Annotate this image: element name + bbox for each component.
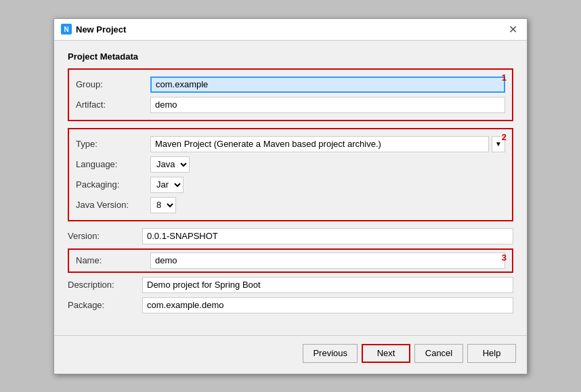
java-version-select-wrap: 8: [150, 197, 505, 213]
group-input[interactable]: [150, 77, 505, 93]
type-row: ▼: [150, 136, 505, 152]
package-row: Package:: [68, 297, 513, 313]
box-name: 3 Name:: [68, 248, 513, 273]
section-title-metadata: Project Metadata: [68, 51, 513, 62]
previous-button[interactable]: Previous: [303, 344, 358, 363]
name-input[interactable]: [150, 253, 505, 269]
description-label: Description:: [68, 280, 142, 290]
group-artifact-grid: Group: Artifact:: [76, 77, 505, 113]
button-row: Previous Next Cancel Help: [54, 335, 527, 374]
type-label: Type:: [76, 139, 150, 149]
dialog-title: New Project: [76, 24, 126, 35]
language-select[interactable]: Java: [150, 156, 190, 173]
artifact-label: Artifact:: [76, 100, 150, 110]
description-row: Description:: [68, 277, 513, 293]
java-version-select[interactable]: 8: [150, 197, 176, 213]
type-lang-grid: Type: ▼ Language: Java Packaging: Jar: [76, 136, 505, 213]
name-grid: Name:: [76, 253, 505, 269]
box1-number: 1: [502, 72, 507, 83]
box3-number: 3: [502, 253, 507, 263]
box-type-lang: 2 Type: ▼ Language: Java Packaging: Jar: [68, 128, 513, 221]
packaging-select-wrap: Jar: [150, 177, 505, 193]
description-input[interactable]: [142, 277, 513, 293]
version-input[interactable]: [142, 228, 513, 244]
package-input[interactable]: [142, 297, 513, 313]
java-version-label: Java Version:: [76, 200, 150, 210]
dialog-body: Project Metadata 1 Group: Artifact: 2 Ty…: [54, 41, 527, 328]
packaging-select[interactable]: Jar: [150, 177, 184, 193]
title-bar-left: N New Project: [61, 24, 126, 35]
dialog-icon: N: [61, 24, 72, 35]
title-bar: N New Project ✕: [54, 19, 527, 41]
new-project-dialog: N New Project ✕ Project Metadata 1 Group…: [53, 18, 528, 374]
cancel-button[interactable]: Cancel: [414, 344, 463, 363]
group-label: Group:: [76, 79, 150, 89]
version-row: Version:: [68, 228, 513, 244]
artifact-input[interactable]: [150, 97, 505, 113]
box2-number: 2: [502, 132, 507, 142]
language-label: Language:: [76, 159, 150, 169]
help-button[interactable]: Help: [467, 344, 516, 363]
name-label: Name:: [76, 255, 150, 265]
package-label: Package:: [68, 300, 142, 310]
version-label: Version:: [68, 231, 142, 241]
close-button[interactable]: ✕: [506, 23, 520, 36]
packaging-label: Packaging:: [76, 179, 150, 190]
language-select-wrap: Java: [150, 156, 505, 173]
box-group-artifact: 1 Group: Artifact:: [68, 68, 513, 121]
next-button[interactable]: Next: [362, 344, 410, 363]
type-input[interactable]: [150, 136, 489, 152]
